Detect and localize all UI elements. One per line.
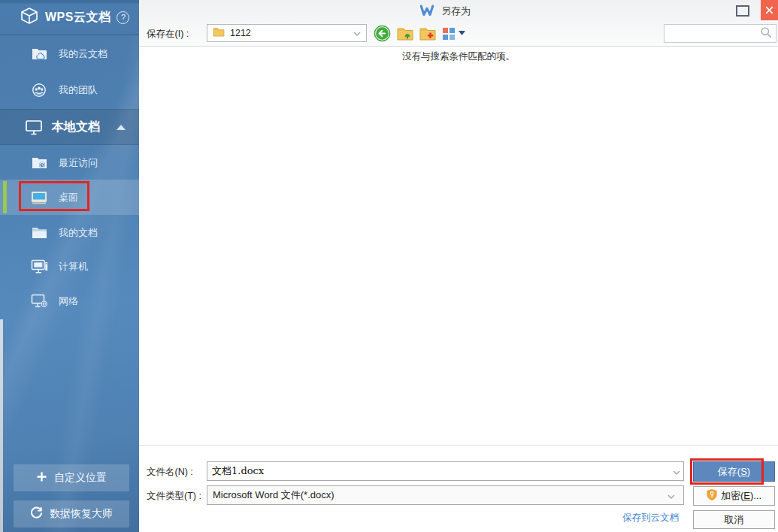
folder-toolbar [374, 24, 465, 42]
sidebar-button-label: 自定义位置 [54, 471, 107, 485]
cancel-button-label: 取消 [725, 513, 744, 527]
sidebar-item-label: 最近访问 [59, 156, 98, 170]
view-mode-button[interactable] [442, 27, 465, 40]
sidebar-item-label: 计算机 [59, 260, 88, 274]
empty-results-message: 没有与搜索条件匹配的项。 [139, 47, 778, 63]
shield-key-icon [707, 489, 717, 503]
cancel-button[interactable]: 取消 [693, 510, 775, 529]
collapse-arrow-icon[interactable] [117, 125, 126, 130]
save-button[interactable]: 保存(S) [693, 461, 775, 482]
filename-label: 文件名(N) : [147, 466, 193, 479]
sidebar-section-local-docs[interactable]: 本地文档 [0, 109, 139, 145]
sidebar-item-my-cloud-docs[interactable]: 我的云文档 [0, 36, 139, 71]
dialog-topbar: 另存为 保存在(I) : 1212 [139, 0, 778, 47]
filename-combobox [207, 461, 684, 481]
sidebar-item-label: 桌面 [59, 191, 78, 204]
maximize-button[interactable] [736, 5, 749, 17]
filetype-label: 文件类型(T) : [147, 490, 201, 503]
dialog-title: 另存为 [126, 4, 764, 19]
sidebar-item-label: 网络 [59, 295, 78, 308]
window-edge [0, 319, 3, 532]
sidebar-item-desktop[interactable]: 桌面 [0, 180, 139, 215]
bottom-panel: 文件名(N) : 文件类型(T) : Microsoft Word 文件(*.d… [139, 445, 778, 532]
chevron-down-icon[interactable] [353, 28, 361, 38]
computer-icon [30, 259, 48, 274]
encrypt-button-label: 加密(E)... [721, 489, 761, 503]
search-input[interactable] [668, 29, 760, 39]
search-icon[interactable] [760, 26, 772, 41]
recovery-circular-arrow-icon [30, 506, 43, 521]
chevron-down-icon[interactable] [673, 464, 683, 478]
save-as-dialog: WPS云文档 ? 我的云文档 [0, 0, 778, 532]
filetype-combobox[interactable]: Microsoft Word 文件(*.docx) [207, 485, 684, 505]
save-location-combobox[interactable]: 1212 [207, 24, 367, 42]
folder-icon [213, 27, 225, 39]
wps-cloud-cube-icon [20, 7, 39, 28]
recent-folder-icon [30, 156, 48, 169]
sidebar-item-label: 我的团队 [59, 83, 98, 97]
cloud-folder-icon [30, 47, 48, 60]
sidebar-title: WPS云文档 [45, 10, 110, 26]
sidebar-item-network[interactable]: 网络 [0, 283, 139, 319]
dialog-title-text: 另存为 [441, 5, 471, 18]
plus-icon [36, 471, 47, 485]
close-button[interactable] [761, 0, 778, 20]
sidebar-item-recent[interactable]: 最近访问 [0, 145, 139, 180]
data-recovery-button[interactable]: 数据恢复大师 [14, 500, 129, 527]
network-icon [30, 294, 48, 308]
back-button[interactable] [374, 25, 391, 42]
folder-icon [30, 227, 48, 239]
new-folder-button[interactable] [419, 26, 436, 41]
sidebar-header: WPS云文档 ? [0, 0, 139, 35]
up-one-level-button[interactable] [397, 26, 413, 41]
sidebar-item-my-documents[interactable]: 我的文档 [0, 215, 139, 250]
sidebar: WPS云文档 ? 我的云文档 [0, 0, 139, 532]
sidebar-section-label: 本地文档 [52, 119, 100, 135]
close-icon [765, 4, 773, 17]
filetype-value: Microsoft Word 文件(*.docx) [213, 488, 335, 502]
wps-writer-logo-icon [419, 5, 434, 19]
save-to-cloud-link[interactable]: 保存到云文档 [622, 512, 679, 524]
save-location-value: 1212 [230, 28, 251, 38]
sidebar-button-label: 数据恢复大师 [50, 507, 113, 521]
filename-input[interactable] [207, 462, 673, 480]
custom-location-button[interactable]: 自定义位置 [14, 464, 129, 491]
search-box [664, 24, 776, 43]
team-icon [30, 83, 48, 97]
sidebar-item-computer[interactable]: 计算机 [0, 249, 139, 284]
selected-indicator-bar [3, 181, 7, 213]
file-list-area: 没有与搜索条件匹配的项。 [139, 47, 778, 445]
save-button-label: 保存(S) [718, 465, 750, 479]
chevron-down-icon[interactable] [668, 490, 678, 501]
save-in-label: 保存在(I) : [147, 28, 189, 41]
sidebar-item-label: 我的云文档 [59, 47, 107, 61]
encrypt-button[interactable]: 加密(E)... [693, 486, 775, 506]
sidebar-item-my-team[interactable]: 我的团队 [0, 72, 139, 107]
sidebar-item-label: 我的文档 [59, 226, 98, 240]
monitor-icon [25, 119, 43, 135]
desktop-icon [30, 191, 48, 204]
